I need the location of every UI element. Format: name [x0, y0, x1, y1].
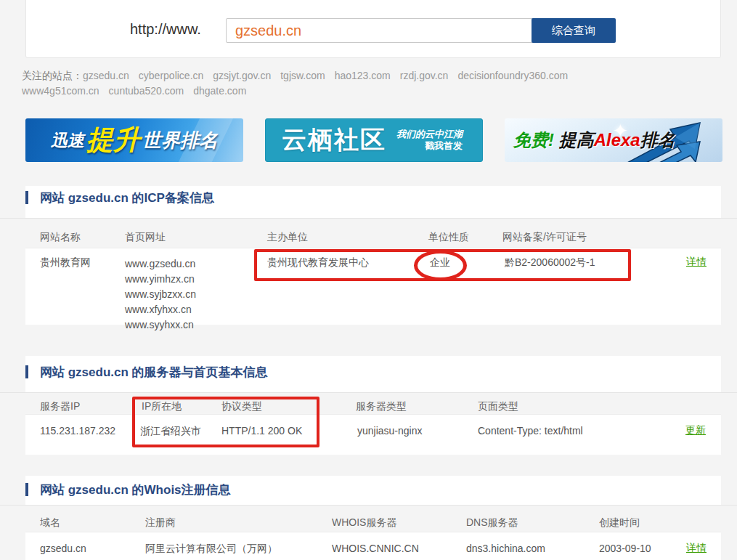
icp-header-site-name: 网站名称 [40, 231, 81, 244]
banner-ad-rank-boost[interactable]: 迅速 提升 世界排名 [25, 118, 243, 162]
icp-site-name: 贵州教育网 [40, 256, 91, 269]
home-url: www.syjbzxx.cn [125, 287, 196, 302]
icp-header-home-url: 首页网址 [125, 231, 166, 244]
banner2-tagline: 我们的云中江湖 [396, 129, 463, 140]
banner3-free-text: 免费! [513, 130, 554, 150]
icp-home-urls: www.gzsedu.cn www.yimhzx.cn www.syjbzxx.… [125, 256, 196, 333]
whois-header-dns-server: DNS服务器 [466, 516, 518, 529]
domain-input[interactable] [226, 18, 548, 43]
whois-registrar: 阿里云计算有限公司（万网） [145, 543, 277, 556]
whois-header-created: 创建时间 [599, 516, 640, 529]
banner-ad-yunqi-community[interactable]: 云栖社区 我们的云中江湖 戳我首发 [265, 118, 483, 162]
divider [0, 392, 737, 393]
banner1-text: 世界排名 [142, 128, 218, 153]
whois-header-registrar: 注册商 [145, 516, 176, 529]
whois-domain: gzsedu.cn [40, 543, 86, 554]
home-url: www.syyhxx.cn [125, 317, 196, 333]
section-marker [25, 365, 28, 378]
whois-lookup-page: { "search": { "prefix": "http://www.", "… [0, 0, 737, 560]
search-card: http://www. 综合查询 [25, 0, 721, 58]
combined-query-button[interactable]: 综合查询 [532, 18, 616, 43]
followed-site-link[interactable]: gzsedu.cn [83, 70, 129, 81]
server-header-page-type: 页面类型 [478, 400, 518, 413]
followed-site-link[interactable]: cyberpolice.cn [139, 70, 204, 81]
server-section-title: 网站 gzsedu.cn 的服务器与首页基本信息 [40, 364, 268, 381]
home-url: www.gzsedu.cn [125, 256, 196, 272]
banner2-cta: 戳我首发 [396, 140, 463, 152]
divider [0, 218, 737, 219]
banner-ad-alexa-rank[interactable]: ✦ 免费! 提高Alexa排名 [505, 118, 722, 162]
followed-site-link[interactable]: gzsjyt.gov.cn [213, 70, 271, 81]
banner3-text: 排名 [640, 130, 675, 150]
followed-site-link[interactable]: cuntuba520.com [109, 85, 184, 97]
followed-site-link[interactable]: rzdj.gov.cn [400, 70, 449, 81]
red-circle-annotation-org-type [414, 250, 467, 281]
followed-sites-label: 关注的站点： [22, 70, 83, 81]
url-prefix-label: http://www. [130, 21, 201, 38]
whois-header-domain: 域名 [40, 516, 60, 529]
whois-header-whois-server: WHOIS服务器 [332, 516, 396, 529]
whois-details-link[interactable]: 详情 [686, 542, 707, 555]
section-marker [25, 191, 28, 204]
home-url: www.yimhzx.cn [125, 272, 196, 287]
whois-dns-server: dns3.hichina.com [466, 543, 545, 554]
server-header-ip: 服务器IP [40, 400, 80, 413]
icp-header-organizer: 主办单位 [267, 231, 308, 244]
banner3-text: 提高 [559, 130, 594, 150]
server-header-type: 服务器类型 [356, 400, 407, 413]
home-url: www.xfyhxx.cn [125, 302, 196, 317]
section-marker [25, 483, 28, 496]
divider [0, 505, 737, 506]
banner1-text: 迅速 [51, 129, 84, 152]
whois-section-title: 网站 gzsedu.cn 的Whois注册信息 [40, 482, 231, 498]
followed-site-link[interactable]: decisionfoundry360.com [457, 70, 568, 81]
icp-section-title: 网站 gzsedu.cn 的ICP备案信息 [40, 190, 214, 206]
banner2-title: 云栖社区 [282, 123, 386, 157]
icp-header-license: 网站备案/许可证号 [502, 231, 587, 244]
server-page-type: Content-Type: text/html [478, 425, 583, 437]
server-type: yunjiasu-nginx [357, 425, 423, 437]
banner1-highlight-text: 提升 [86, 118, 140, 162]
followed-site-link[interactable]: tgjsw.com [280, 70, 325, 81]
followed-site-link[interactable]: dhgate.com [193, 85, 246, 97]
banner3-alexa-text: Alexa [594, 130, 640, 150]
followed-sites: 关注的站点：gzsedu.cncyberpolice.cngzsjyt.gov.… [22, 68, 675, 99]
followed-site-link[interactable]: www4g51com.cn [22, 85, 99, 97]
server-ip: 115.231.187.232 [40, 425, 115, 437]
icp-header-org-type: 单位性质 [428, 231, 469, 244]
whois-created-date: 2003-09-10 [599, 543, 651, 554]
red-highlight-box-server [132, 397, 319, 447]
whois-server: WHOIS.CNNIC.CN [332, 543, 419, 554]
followed-site-link[interactable]: hao123.com [335, 70, 391, 81]
server-refresh-link[interactable]: 更新 [685, 424, 706, 437]
icp-details-link[interactable]: 详情 [686, 256, 707, 269]
